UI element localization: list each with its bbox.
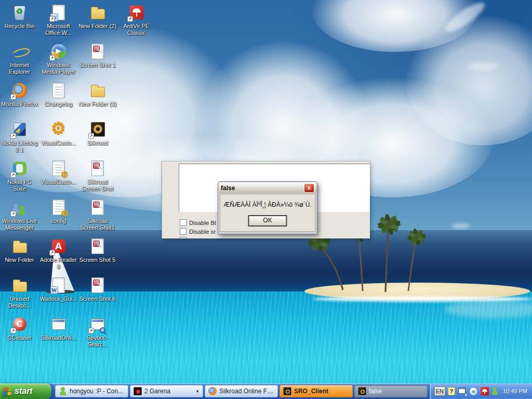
desktop-icon-new-folder[interactable]: New Folder bbox=[1, 238, 38, 263]
shortcut-arrow-icon: ↗ bbox=[10, 328, 16, 334]
desktop-icon-config[interactable]: ⚙ config bbox=[39, 199, 77, 224]
task-label: 2 Garena bbox=[144, 388, 170, 395]
desktop-icon-nokia-lifeblog-2-1[interactable]: ↗ Nokia Lifeblog 2.1 bbox=[1, 121, 38, 153]
desktop-icon-windows-media-player[interactable]: ▶↗ Windows Media Player bbox=[39, 43, 77, 75]
close-icon[interactable]: × bbox=[304, 183, 314, 193]
checkbox[interactable] bbox=[180, 219, 187, 226]
windows-flag-icon bbox=[3, 388, 12, 395]
garena-icon bbox=[134, 387, 142, 395]
messenger-buddy-icon[interactable] bbox=[491, 387, 498, 395]
shot-icon bbox=[89, 160, 107, 177]
desktop-icon-screen-shot-6[interactable]: Screen Shot 6 bbox=[78, 277, 116, 302]
desktop-icon-windows-live-messenger[interactable]: ↗ Windows Live Messenger bbox=[1, 199, 38, 231]
checkbox[interactable] bbox=[180, 237, 187, 238]
desktop-icon-mozilla-firefox[interactable]: ↗ Mozilla Firefox bbox=[1, 82, 38, 108]
docgear-icon: ⚙ bbox=[50, 160, 68, 177]
desktop-icon-label: Nokia PC Suite bbox=[1, 179, 38, 192]
taskbar-task-sro-client[interactable]: SRO_Client bbox=[280, 385, 353, 397]
desktop-icon-new-folder-2[interactable]: New Folder (2) bbox=[78, 4, 116, 30]
folder-icon bbox=[11, 277, 29, 294]
desktop-icon-changelog[interactable]: Changelog bbox=[39, 82, 77, 108]
desktop-icon-adobe-reader-8[interactable]: A↗ Adobe Reader 8 bbox=[39, 238, 77, 270]
spybot-icon: ↗ bbox=[89, 316, 107, 333]
desktop-icon-silkroad-screen-shot1[interactable]: Silkroad Screen Shot1 bbox=[78, 199, 116, 231]
bin-icon: ♻ bbox=[11, 4, 29, 21]
desktop-icon-label: New Folder (3) bbox=[78, 101, 116, 108]
start-button[interactable]: start bbox=[0, 383, 51, 399]
desktop-icon-antivir-pe-classic[interactable]: ↗ AntiVir PE Classic bbox=[117, 4, 155, 36]
desktop-icon-label: Screen Shot 1 bbox=[78, 62, 116, 69]
shortcut-arrow-icon: ↗ bbox=[10, 211, 16, 217]
adobe-icon: A↗ bbox=[50, 238, 68, 255]
ie-icon: e bbox=[11, 43, 29, 60]
desktop-icon-silkroad[interactable]: ↗ Silkroad bbox=[78, 121, 116, 147]
toolbar-options-icon[interactable] bbox=[458, 387, 467, 395]
desktop-icon-recycle-bin[interactable]: ♻ Recycle Bin bbox=[1, 4, 38, 30]
shortcut-arrow-icon: ↗ bbox=[127, 16, 133, 22]
desktop-icon-new-folder-3[interactable]: New Folder (3) bbox=[78, 82, 116, 108]
pcsuite-icon: ↗ bbox=[11, 160, 29, 177]
checkbox-row: Disable sr bbox=[180, 228, 216, 235]
taskbar-clock[interactable]: 10:49 PM bbox=[503, 388, 527, 394]
desktop-icon-label: Spybot - Searc... bbox=[78, 335, 116, 348]
docgear-icon: ⚙ bbox=[50, 199, 68, 216]
desktop-icon-silkroad-screen-shot[interactable]: Silkroad Screen Shot bbox=[78, 160, 116, 192]
desktop-icon-label: New Folder (2) bbox=[78, 23, 116, 30]
task-label: hongyou :P - Con... bbox=[70, 388, 123, 395]
desktop-icon-label: Silkroad bbox=[78, 140, 116, 147]
desktop-icon-ccleaner[interactable]: C↗ CCleaner bbox=[1, 316, 38, 341]
desktop-icon-label: Nokia Lifeblog 2.1 bbox=[1, 140, 38, 153]
desktop-icon-label: Screen Shot 5 bbox=[78, 257, 116, 263]
shortcut-arrow-icon: ↗ bbox=[10, 133, 16, 139]
desktop-icon-label: config bbox=[39, 218, 77, 224]
desktop-icon-label: Windows Media Player bbox=[39, 62, 77, 75]
desktop-icon-warlock-gui[interactable]: W Warlock_Gui... bbox=[39, 277, 77, 302]
shortcut-arrow-icon: ↗ bbox=[49, 250, 55, 256]
desktop-icon-visualcusto[interactable]: ⚙ VisualCusto... bbox=[39, 160, 77, 185]
help-icon[interactable]: ? bbox=[448, 387, 455, 395]
desktop-icon-label: Unused Deskto... bbox=[1, 296, 38, 309]
ccleaner-icon: C↗ bbox=[11, 316, 29, 333]
desktop-icon-label: VisualCusto... bbox=[39, 179, 77, 185]
desktop-icon-visualcusto[interactable]: ⚙ VisualCusto... bbox=[39, 121, 77, 147]
dialog-title: false bbox=[221, 184, 304, 192]
lifeblog-icon: ↗ bbox=[11, 121, 29, 138]
desktop-icon-spybot-searc[interactable]: ↗ Spybot - Searc... bbox=[78, 316, 116, 348]
checkbox-row bbox=[180, 237, 189, 238]
group-dropdown-arrow-icon[interactable]: ▼ bbox=[195, 389, 200, 394]
taskbar-task-hongyou-p-con[interactable]: hongyou :P - Con... bbox=[55, 385, 128, 397]
taskbar-task-2-garena[interactable]: 2 Garena▼ bbox=[130, 385, 203, 397]
shortcut-arrow-icon: ↗ bbox=[88, 328, 94, 334]
taskbar: start hongyou :P - Con... 2 Garena▼ Silk… bbox=[0, 383, 532, 399]
firefox-icon bbox=[208, 387, 217, 395]
desktop-icon-label: Recycle Bin bbox=[1, 23, 38, 30]
task-label: false bbox=[369, 388, 382, 395]
shortcut-arrow-icon: ↗ bbox=[88, 133, 94, 139]
desktop-icon-label: SilkroadOnli... bbox=[39, 335, 77, 341]
language-indicator[interactable]: EN bbox=[434, 387, 445, 396]
desktop-icon-label: Adobe Reader 8 bbox=[39, 257, 77, 270]
desktop-icon-screen-shot-1[interactable]: Screen Shot 1 bbox=[78, 43, 116, 69]
desktop-icon-unused-deskto[interactable]: Unused Deskto... bbox=[1, 277, 38, 309]
desktop-icon-label: Mozilla Firefox bbox=[1, 101, 38, 108]
word-icon: W↗ bbox=[50, 4, 68, 21]
desktop: ♻ Recycle Bin W↗ Microsoft Office W... N… bbox=[0, 0, 532, 399]
checkbox[interactable] bbox=[180, 228, 187, 235]
antivir-icon: ↗ bbox=[128, 4, 145, 21]
desktop-icon-microsoft-office-w[interactable]: W↗ Microsoft Office W... bbox=[39, 4, 77, 36]
antivir-icon[interactable] bbox=[481, 387, 489, 395]
hide-inactive-icons-chevron-icon[interactable]: « bbox=[469, 387, 478, 396]
taskbar-task-false[interactable]: false bbox=[354, 385, 428, 397]
desktop-icon-internet-explorer[interactable]: e Internet Explorer bbox=[1, 43, 38, 75]
desktop-icon-silkroadonli[interactable]: SilkroadOnli... bbox=[39, 316, 77, 341]
dialog-titlebar[interactable]: false × bbox=[219, 182, 316, 193]
word-icon: W bbox=[50, 277, 68, 294]
shortcut-arrow-icon: ↗ bbox=[49, 55, 55, 61]
checkbox-row: Disable Bl bbox=[180, 219, 216, 226]
taskbar-task-silkroad-online-for[interactable]: Silkroad Online For... bbox=[205, 385, 278, 397]
desktop-icon-screen-shot-5[interactable]: Screen Shot 5 bbox=[78, 238, 116, 263]
ok-button[interactable]: OK bbox=[248, 215, 287, 227]
desktop-icon-label: Screen Shot 6 bbox=[78, 296, 116, 302]
desktop-icon-nokia-pc-suite[interactable]: ↗ Nokia PC Suite bbox=[1, 160, 38, 192]
desktop-icon-label: AntiVir PE Classic bbox=[117, 23, 155, 36]
